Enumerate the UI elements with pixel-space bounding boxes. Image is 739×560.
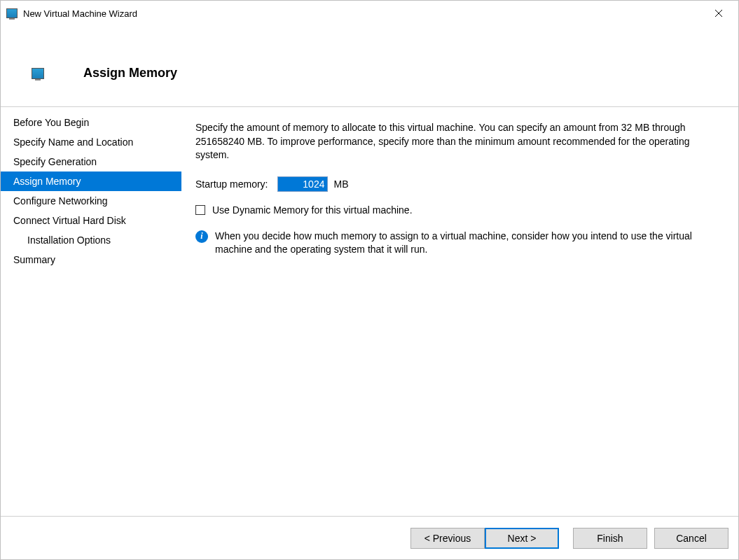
sidebar-item-summary[interactable]: Summary [1, 250, 181, 270]
wizard-window: New Virtual Machine Wizard Assign Memory… [0, 0, 739, 560]
header-icon [32, 68, 44, 79]
close-button[interactable] [705, 3, 733, 24]
sidebar-item-specify-generation[interactable]: Specify Generation [1, 152, 181, 172]
close-icon [714, 9, 723, 18]
startup-memory-label: Startup memory: [195, 178, 268, 190]
sidebar-item-assign-memory[interactable]: Assign Memory [1, 172, 181, 191]
dynamic-memory-row[interactable]: Use Dynamic Memory for this virtual mach… [195, 204, 724, 216]
page-title: Assign Memory [83, 66, 177, 80]
wizard-body: Before You Begin Specify Name and Locati… [1, 106, 738, 516]
sidebar-item-connect-vhd[interactable]: Connect Virtual Hard Disk [1, 211, 181, 230]
app-icon [6, 8, 18, 18]
dynamic-memory-label: Use Dynamic Memory for this virtual mach… [212, 204, 413, 216]
dynamic-memory-checkbox[interactable] [195, 205, 205, 215]
info-text: When you decide how much memory to assig… [215, 230, 724, 257]
titlebar: New Virtual Machine Wizard [1, 1, 738, 26]
wizard-content: Specify the amount of memory to allocate… [181, 107, 738, 516]
sidebar-item-installation-options[interactable]: Installation Options [1, 230, 181, 250]
sidebar-item-specify-name[interactable]: Specify Name and Location [1, 132, 181, 152]
window-title: New Virtual Machine Wizard [23, 8, 705, 19]
startup-memory-unit: MB [333, 178, 348, 190]
sidebar-item-before-you-begin[interactable]: Before You Begin [1, 113, 181, 132]
wizard-header: Assign Memory [1, 26, 738, 106]
info-row: i When you decide how much memory to ass… [195, 230, 724, 257]
startup-memory-row: Startup memory: MB [195, 176, 724, 192]
wizard-steps-sidebar: Before You Begin Specify Name and Locati… [1, 107, 181, 516]
finish-button[interactable]: Finish [573, 528, 647, 549]
cancel-button[interactable]: Cancel [654, 528, 728, 549]
previous-button[interactable]: < Previous [410, 528, 485, 549]
startup-memory-input[interactable] [277, 176, 328, 192]
info-icon: i [195, 230, 208, 243]
sidebar-item-configure-networking[interactable]: Configure Networking [1, 191, 181, 211]
wizard-footer: < Previous Next > Finish Cancel [1, 516, 738, 559]
next-button[interactable]: Next > [485, 528, 559, 549]
description-text: Specify the amount of memory to allocate… [195, 121, 724, 162]
prev-next-group: < Previous Next > [410, 528, 559, 549]
